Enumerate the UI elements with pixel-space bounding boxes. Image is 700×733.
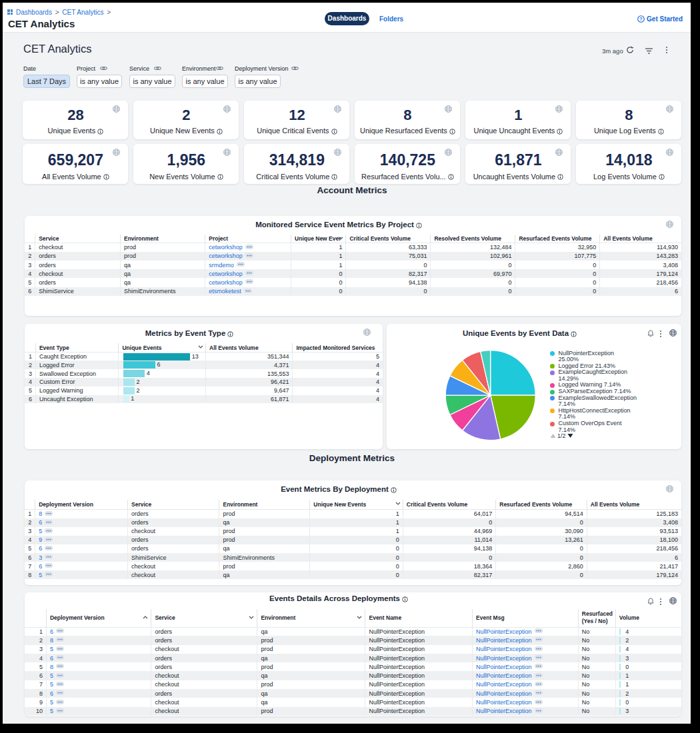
svg-text:?: ? xyxy=(639,17,642,21)
